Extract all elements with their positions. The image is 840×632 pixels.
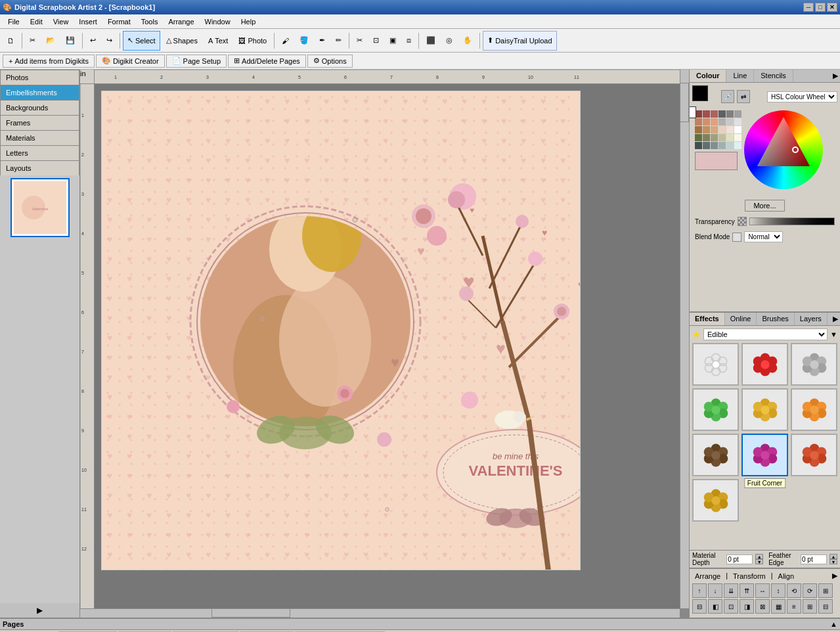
shapes-button[interactable]: △ Shapes (162, 31, 202, 51)
swatch-cell[interactable] (703, 118, 710, 125)
redo-button[interactable]: ↪ (102, 31, 117, 51)
swap-colors-button[interactable]: ⇄ (737, 90, 750, 103)
menu-help[interactable]: Help (236, 16, 261, 27)
horizontal-scrollbar[interactable] (80, 608, 680, 618)
arrange-btn-16[interactable]: ≡ (787, 599, 801, 614)
effect-yellow-flower[interactable] (741, 388, 788, 431)
menu-edit[interactable]: Edit (25, 16, 48, 27)
effect-red-flower[interactable] (741, 343, 788, 386)
material-depth-input[interactable]: 0 pt (726, 554, 753, 564)
crop-button[interactable]: ⊡ (368, 31, 384, 51)
nav-photos[interactable]: Photos (0, 70, 79, 85)
arrange-btn-10[interactable]: ⊟ (692, 599, 707, 614)
swatch-cell[interactable] (726, 118, 734, 125)
arrange-btn-17[interactable]: ⊞ (803, 599, 817, 614)
feather-edge-input[interactable]: 0 pt (801, 554, 827, 564)
effect-red-dark[interactable] (791, 434, 837, 476)
arrange-btn-3[interactable]: ⇊ (724, 583, 738, 598)
effect-orange-flower[interactable] (791, 388, 837, 431)
nav-embellishments[interactable]: Embellishments (0, 85, 79, 100)
menu-view[interactable]: View (48, 16, 74, 27)
swatch-cell[interactable] (711, 134, 718, 141)
arrange-expand-icon[interactable]: ▶ (832, 572, 837, 581)
swatch-cell[interactable] (711, 142, 718, 149)
menu-format[interactable]: Format (102, 16, 136, 27)
menu-file[interactable]: File (3, 16, 25, 27)
nav-backgrounds[interactable]: Backgrounds (0, 100, 79, 115)
swatch-cell[interactable] (718, 118, 726, 125)
hsl-colour-wheel[interactable] (744, 110, 829, 196)
blend-mode-dropdown[interactable]: Normal Multiply Screen Overlay (744, 231, 783, 242)
arrange-btn-8[interactable]: ⟳ (803, 583, 817, 598)
arrange-btn-4[interactable]: ⇈ (740, 583, 754, 598)
arrange-btn-12[interactable]: ⊡ (724, 599, 738, 614)
undo-button[interactable]: ↩ (85, 31, 100, 51)
swatch-cell[interactable] (726, 126, 734, 133)
effect-gold-flower[interactable] (692, 479, 739, 522)
photo-button[interactable]: 🖼 Photo (234, 31, 271, 51)
swatch-cell[interactable] (703, 110, 710, 118)
page-setup-button[interactable]: 📄 Page Setup (166, 55, 227, 68)
effects-filter-dropdown[interactable]: Edible All Borders (703, 328, 828, 340)
scissors-button[interactable]: ✂ (352, 31, 367, 51)
swatch-cell[interactable] (726, 134, 734, 141)
arrange-btn-5[interactable]: ↔ (755, 583, 770, 598)
arrange-btn-2[interactable]: ↓ (708, 583, 722, 598)
nav-frames[interactable]: Frames (0, 115, 79, 130)
vscroll-thumb[interactable] (680, 83, 689, 122)
arrange-btn-15[interactable]: ▦ (771, 599, 785, 614)
menu-arrange[interactable]: Arrange (163, 16, 199, 27)
pen-button[interactable]: ✒ (315, 31, 330, 51)
effect-grey-flower[interactable] (791, 343, 837, 386)
arrange-btn-11[interactable]: ◧ (708, 599, 722, 614)
fill2-button[interactable]: ⬛ (422, 31, 440, 51)
digikit-creator-button[interactable]: 🎨 Digikit Creator (96, 55, 165, 68)
nav-letters[interactable]: Letters (0, 145, 79, 160)
arrange-btn-18[interactable]: ⊟ (818, 599, 833, 614)
feather-edge-up[interactable]: ▲ (829, 554, 837, 559)
swatch-cell[interactable] (695, 126, 702, 133)
titlebar-close[interactable]: ✕ (827, 3, 837, 12)
swatch-cell[interactable] (734, 118, 741, 125)
nav-materials[interactable]: Materials (0, 130, 79, 145)
swatch-cell[interactable] (718, 134, 726, 141)
save-button[interactable]: 💾 (61, 31, 79, 51)
tab-colour[interactable]: Colour (690, 70, 726, 82)
new-button[interactable]: 🗋 (3, 31, 19, 51)
background-color-swatch[interactable] (690, 106, 696, 118)
swatch-cell[interactable] (718, 142, 726, 149)
effect-dark-flower[interactable] (692, 434, 739, 476)
foreground-color-swatch[interactable] (692, 85, 708, 101)
tab-effects[interactable]: Effects (690, 313, 725, 325)
canvas-content[interactable]: ♥ (95, 84, 680, 608)
tab-layers[interactable]: Layers (795, 313, 828, 325)
tab-brushes[interactable]: Brushes (757, 313, 794, 325)
swatch-cell[interactable] (703, 134, 710, 141)
hscroll-thumb[interactable] (211, 608, 290, 618)
thumbnail-1[interactable]: Valentine (11, 178, 70, 237)
fill-button[interactable]: 🪣 (295, 31, 313, 51)
more-colors-button[interactable]: More... (745, 200, 784, 212)
arrange-tab-align[interactable]: Align (776, 572, 797, 581)
pencil-button[interactable]: ✏ (331, 31, 346, 51)
tab-stencils[interactable]: Stencils (754, 70, 793, 82)
current-color-preview[interactable] (695, 152, 738, 170)
pages-collapse-button[interactable]: ▲ (830, 620, 837, 628)
swatch-cell[interactable] (695, 134, 702, 141)
material-depth-down[interactable]: ▼ (755, 559, 763, 564)
expand-arrow-icon[interactable]: ▶ (37, 606, 43, 615)
rect-select-btn[interactable]: ▣ (385, 31, 401, 51)
open-button[interactable]: 📂 (41, 31, 60, 51)
swatch-cell[interactable] (734, 134, 741, 141)
swatch-cell[interactable] (695, 142, 702, 149)
nav-layouts[interactable]: Layouts (0, 160, 79, 175)
wheel-circle[interactable] (744, 110, 823, 189)
add-delete-pages-button[interactable]: ⊞ Add/Delete Pages (228, 55, 306, 68)
menu-insert[interactable]: Insert (74, 16, 102, 27)
titlebar-minimize[interactable]: ─ (803, 3, 814, 12)
menu-tools[interactable]: Tools (136, 16, 164, 27)
swatch-cell[interactable] (711, 118, 718, 125)
effects-panel-expand[interactable]: ▶ (831, 313, 840, 325)
arrange-tab-transform[interactable]: Transform (730, 572, 768, 581)
effect-flower-outline[interactable] (692, 343, 739, 386)
